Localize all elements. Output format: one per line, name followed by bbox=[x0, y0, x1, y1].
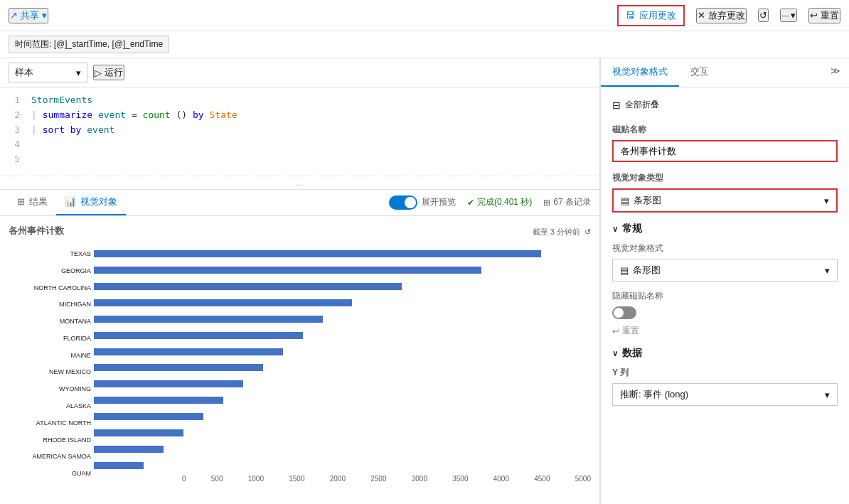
bar-row bbox=[94, 279, 591, 295]
main-layout: 样本 ▾ ▷ 运行 1 StormEvents 2 | bbox=[0, 58, 849, 504]
visual-format-select[interactable]: ▤ 条形图 ▾ bbox=[612, 259, 838, 282]
bar bbox=[94, 250, 541, 257]
hide-tile-toggle-row bbox=[612, 306, 838, 319]
fold-all-button[interactable]: ⊟ 全部折叠 bbox=[612, 96, 838, 114]
reset-link-label: 重置 bbox=[622, 325, 639, 337]
chart-icon: 📊 bbox=[65, 196, 76, 207]
visual-tab-label: 视觉对象 bbox=[80, 195, 117, 208]
bar-row bbox=[94, 311, 591, 327]
panel-tabs: 视觉对象格式 交互 ≫ bbox=[601, 58, 849, 87]
bar bbox=[94, 429, 183, 436]
close-icon: ✕ bbox=[698, 10, 705, 21]
query-area: 样本 ▾ ▷ 运行 1 StormEvents 2 | bbox=[0, 58, 599, 190]
refresh-button[interactable]: ↺ bbox=[758, 9, 769, 22]
data-label: 数据 bbox=[622, 347, 642, 360]
chart-title: 各州事件计数 bbox=[9, 225, 64, 237]
records-icon: ⊞ bbox=[543, 198, 550, 208]
preview-toggle[interactable] bbox=[389, 195, 417, 210]
more-button[interactable]: ··· ▾ bbox=[780, 9, 797, 22]
y-col-value: 推断: 事件 (long) bbox=[620, 388, 688, 401]
chart-label: TEXAS bbox=[70, 250, 91, 258]
visual-format-value: 条形图 bbox=[633, 264, 661, 277]
run-label: 运行 bbox=[105, 66, 123, 79]
chart-label: MICHIGAN bbox=[59, 301, 91, 309]
expand-icon[interactable]: ≫ bbox=[822, 58, 849, 87]
chart-label: GUAM bbox=[72, 470, 91, 478]
tile-name-label: 磁贴名称 bbox=[612, 124, 838, 136]
y-col-label: Y 列 bbox=[612, 367, 838, 379]
run-button[interactable]: ▷ 运行 bbox=[93, 65, 124, 80]
bar-row bbox=[94, 360, 591, 376]
tab-results[interactable]: ⊞ 结果 bbox=[9, 190, 56, 215]
bar-chart-small-icon: ▤ bbox=[620, 265, 629, 276]
chart-label: WYOMING bbox=[59, 385, 91, 393]
tab-visual[interactable]: 📊 视觉对象 bbox=[56, 190, 126, 215]
chart-header: 各州事件计数 截至 3 分钟前 ↺ bbox=[9, 225, 591, 240]
x-axis-label: 500 bbox=[211, 475, 223, 483]
time-range-pill[interactable]: 时间范围: [@]_startTime, [@]_endTime bbox=[9, 36, 169, 53]
code-area: 1 StormEvents 2 | summarize event = coun… bbox=[0, 87, 599, 173]
share-button[interactable]: ↗ 共享 ▾ bbox=[9, 8, 48, 23]
bar bbox=[94, 299, 352, 306]
refresh-small-icon[interactable]: ↺ bbox=[584, 227, 591, 237]
complete-badge: ✔ 完成(0.401 秒) bbox=[467, 196, 532, 208]
x-axis-label: 2500 bbox=[370, 475, 386, 483]
hide-tile-toggle[interactable] bbox=[612, 306, 636, 319]
chart-area-wrapper: 各州事件计数 截至 3 分钟前 ↺ TEXASGEORGIANORTH CARO… bbox=[0, 216, 599, 504]
toggle-knob bbox=[405, 197, 416, 208]
code-line-4: 4 bbox=[9, 137, 591, 152]
query-toolbar: 样本 ▾ ▷ 运行 bbox=[0, 58, 599, 87]
x-axis-label: 1000 bbox=[248, 475, 264, 483]
bar-row bbox=[94, 376, 591, 392]
chart-bars bbox=[94, 246, 591, 473]
sample-select[interactable]: 样本 ▾ bbox=[9, 63, 87, 82]
check-icon: ✔ bbox=[467, 198, 474, 208]
data-section-header[interactable]: ∨ 数据 bbox=[612, 347, 838, 360]
tile-name-input[interactable] bbox=[612, 140, 838, 162]
reset-link[interactable]: ↩ 重置 bbox=[612, 325, 838, 337]
visual-type-label: 视觉对象类型 bbox=[612, 172, 838, 184]
bar bbox=[94, 364, 263, 371]
interact-tab[interactable]: 交互 bbox=[679, 58, 720, 87]
apply-label: 应用更改 bbox=[639, 9, 676, 22]
chart-label: NORTH CAROLINA bbox=[34, 284, 91, 292]
bar-chart-icon: ▤ bbox=[621, 195, 629, 206]
visual-type-select[interactable]: ▤ 条形图 ▾ bbox=[612, 188, 838, 213]
fold-all-label: 全部折叠 bbox=[625, 99, 659, 111]
chart-subtitle: 截至 3 分钟前 bbox=[533, 227, 580, 237]
records-label: 67 条记录 bbox=[553, 196, 591, 208]
results-tabs: ⊞ 结果 📊 视觉对象 展开预览 ✔ 完成(0.401 秒) bbox=[0, 190, 599, 216]
tab-controls: 展开预览 ✔ 完成(0.401 秒) ⊞ 67 条记录 bbox=[389, 195, 591, 210]
chart-label: NEW MEXICO bbox=[49, 368, 91, 376]
data-chevron-icon: ∨ bbox=[612, 349, 618, 358]
expand-preview-label: 展开预览 bbox=[422, 196, 456, 208]
chart-x-axis: 0500100015002000250030003500400045005000 bbox=[182, 475, 591, 483]
play-icon: ▷ bbox=[95, 68, 102, 78]
apply-button[interactable]: 🖫 应用更改 bbox=[617, 5, 685, 26]
reset-button[interactable]: ↩ 重置 bbox=[808, 8, 840, 23]
x-axis-label: 5000 bbox=[575, 475, 591, 483]
visual-type-value: 条形图 bbox=[634, 194, 661, 207]
x-axis-label: 4000 bbox=[493, 475, 509, 483]
bar bbox=[94, 348, 283, 355]
bar-row bbox=[94, 409, 591, 425]
code-line-5: 5 bbox=[9, 152, 591, 167]
grid-icon: ⊞ bbox=[17, 196, 25, 207]
bar bbox=[94, 380, 243, 387]
chart-label: ATLANTIC NORTH bbox=[36, 419, 91, 427]
bar bbox=[94, 413, 203, 420]
hide-tile-knob bbox=[614, 308, 624, 318]
format-tab[interactable]: 视觉对象格式 bbox=[601, 58, 679, 87]
chevron-down-y-icon: ▾ bbox=[825, 390, 830, 400]
tile-name-group: 磁贴名称 bbox=[612, 124, 838, 162]
toolbar-right: 🖫 应用更改 ✕ 放弃更改 ↺ ··· ▾ ↩ 重置 bbox=[617, 5, 840, 26]
x-axis-label: 4500 bbox=[534, 475, 550, 483]
visual-format-inner: ▤ 条形图 bbox=[620, 264, 661, 277]
y-col-select[interactable]: 推断: 事件 (long) ▾ bbox=[612, 383, 838, 406]
chart-label: FLORIDA bbox=[63, 335, 91, 343]
x-axis-label: 2000 bbox=[330, 475, 346, 483]
sample-label: 样本 bbox=[15, 66, 33, 79]
general-section-header[interactable]: ∨ 常规 bbox=[612, 222, 838, 235]
discard-button[interactable]: ✕ 放弃更改 bbox=[696, 8, 747, 23]
chevron-down-small-icon: ▾ bbox=[825, 265, 830, 276]
